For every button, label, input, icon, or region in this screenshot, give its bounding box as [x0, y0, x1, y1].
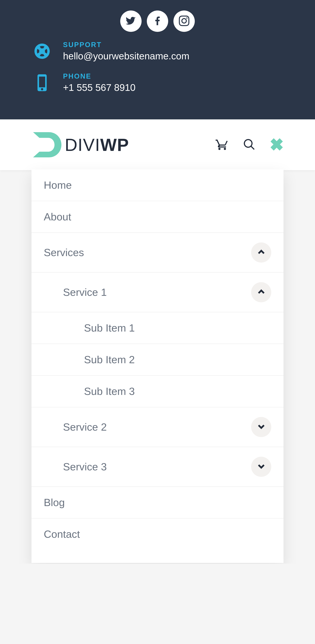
menu-item-label: Service 1 [63, 286, 107, 298]
chevron-down-icon [257, 421, 265, 433]
chevron-up-icon [257, 286, 265, 298]
header-bar: DIVIWP [0, 120, 315, 170]
menu-item-label: Services [44, 246, 84, 258]
menu-item-label: Contact [44, 528, 80, 540]
search-icon [243, 148, 256, 152]
smartphone-icon [32, 72, 52, 93]
header-actions [216, 138, 284, 152]
collapse-toggle[interactable] [251, 242, 271, 262]
instagram-icon [179, 16, 189, 27]
menu-item-label: Sub Item 3 [84, 385, 135, 397]
facebook-link[interactable] [147, 10, 168, 32]
logo-text: DIVIWP [65, 135, 129, 155]
menu-item-about[interactable]: About [32, 201, 284, 233]
chevron-down-icon [257, 461, 265, 473]
phone-row: PHONE +1 555 567 8910 [32, 72, 284, 93]
search-button[interactable] [243, 138, 256, 152]
menu-item-label: Home [44, 179, 72, 191]
menu-item-home[interactable]: Home [32, 170, 284, 201]
twitter-icon [126, 16, 136, 27]
cart-button[interactable] [216, 138, 229, 152]
close-icon [270, 149, 284, 152]
collapse-toggle[interactable] [251, 282, 271, 302]
menu-item-label: Blog [44, 496, 65, 508]
menu-item-service-2[interactable]: Service 2 [32, 407, 284, 447]
menu-item-service-3[interactable]: Service 3 [32, 447, 284, 487]
support-email[interactable]: hello@yourwebsitename.com [63, 50, 189, 62]
menu-item-blog[interactable]: Blog [32, 487, 284, 518]
menu-item-label: Service 3 [63, 461, 107, 473]
menu-item-services[interactable]: Services [32, 233, 284, 272]
logo[interactable]: DIVIWP [32, 129, 129, 160]
menu-item-label: Sub Item 1 [84, 322, 135, 334]
expand-toggle[interactable] [251, 457, 271, 477]
twitter-link[interactable] [120, 10, 142, 32]
menu-item-contact[interactable]: Contact [32, 518, 284, 563]
support-label: SUPPORT [63, 41, 189, 49]
top-bar: SUPPORT hello@yourwebsitename.com PHONE … [0, 0, 315, 120]
chevron-up-icon [257, 246, 265, 258]
cart-icon [216, 148, 229, 152]
menu-item-label: Sub Item 2 [84, 354, 135, 366]
menu-item-sub-2[interactable]: Sub Item 2 [32, 344, 284, 376]
menu-close-button[interactable] [270, 138, 284, 152]
mobile-menu: Home About Services Service 1 Sub Item 1… [32, 170, 284, 563]
menu-item-sub-1[interactable]: Sub Item 1 [32, 312, 284, 344]
menu-item-sub-3[interactable]: Sub Item 3 [32, 376, 284, 407]
support-row: SUPPORT hello@yourwebsitename.com [32, 40, 284, 62]
logo-mark-icon [32, 129, 63, 160]
menu-item-label: Service 2 [63, 421, 107, 433]
menu-item-service-1[interactable]: Service 1 [32, 272, 284, 312]
expand-toggle[interactable] [251, 417, 271, 437]
instagram-link[interactable] [174, 10, 195, 32]
menu-item-label: About [44, 211, 71, 223]
lifebuoy-icon [32, 40, 52, 62]
phone-label: PHONE [63, 72, 136, 80]
facebook-icon [152, 16, 163, 27]
social-row [32, 10, 284, 32]
phone-number[interactable]: +1 555 567 8910 [63, 82, 136, 93]
